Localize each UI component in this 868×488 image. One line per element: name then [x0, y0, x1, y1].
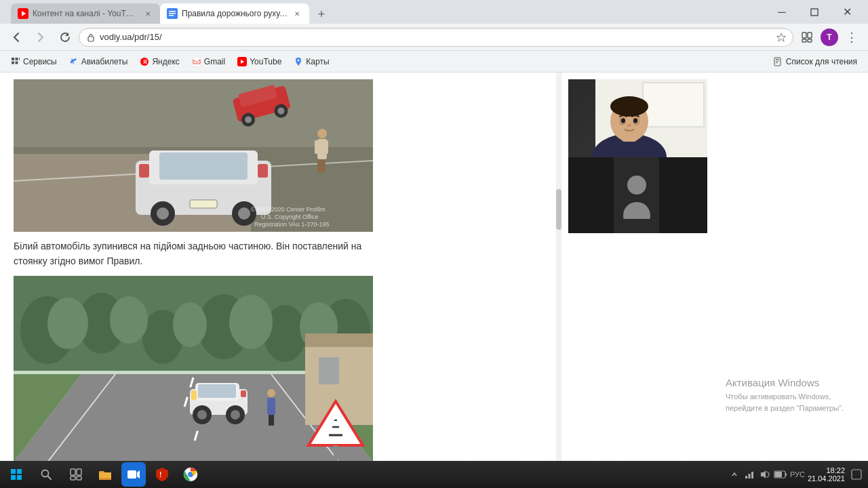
taskbar-search-button[interactable]: [33, 461, 60, 488]
back-button[interactable]: [5, 26, 27, 48]
svg-rect-83: [198, 384, 236, 398]
svg-rect-15: [16, 58, 18, 60]
activation-desc: Чтобы активировать Windows, перейдите в …: [726, 391, 861, 413]
tray-chevron-icon[interactable]: [729, 469, 740, 480]
video-call-icon: [126, 467, 141, 482]
svg-rect-122: [127, 470, 136, 479]
tab-favicon-pdr: [167, 8, 178, 19]
svg-point-107: [621, 119, 625, 123]
refresh-button[interactable]: [54, 26, 76, 48]
close-button[interactable]: ✕: [831, 0, 863, 24]
gmail-icon: [192, 57, 201, 66]
svg-point-67: [110, 296, 148, 344]
bookmark-list-button[interactable]: [796, 26, 818, 48]
svg-rect-27: [776, 60, 779, 61]
svg-rect-89: [241, 390, 246, 397]
system-tray: [729, 469, 787, 480]
youtube-icon: [237, 57, 247, 66]
svg-rect-113: [17, 469, 22, 474]
svg-rect-115: [17, 475, 22, 480]
address-bar[interactable]: vodiy.ua/pdr/15/: [79, 28, 793, 47]
task-view-button[interactable]: [62, 461, 90, 488]
svg-rect-118: [71, 469, 75, 475]
taskbar-filemanager[interactable]: [93, 462, 117, 487]
svg-rect-100: [643, 83, 704, 127]
svg-rect-88: [191, 390, 197, 400]
webcam-thumb-right[interactable]: [659, 157, 707, 233]
webcam-main: [568, 79, 707, 157]
tab-youtube[interactable]: Контент на каналі - YouTube С... ✕: [11, 3, 160, 24]
svg-point-104: [610, 96, 648, 117]
taskbar-zoom[interactable]: [121, 462, 146, 487]
svg-rect-91: [267, 398, 275, 415]
svg-rect-114: [11, 475, 16, 480]
svg-text:Registration VAu 1-370-195: Registration VAu 1-370-195: [254, 221, 329, 228]
network-icon[interactable]: [744, 469, 755, 480]
svg-point-109: [627, 124, 631, 127]
scrollbar-thumb[interactable]: [556, 189, 561, 230]
svg-marker-9: [777, 33, 786, 41]
menu-button[interactable]: ⋮: [841, 26, 863, 48]
bookmark-services[interactable]: Сервисы: [5, 54, 62, 69]
reading-list-icon: [774, 57, 783, 66]
svg-rect-54: [321, 159, 326, 173]
svg-point-108: [633, 119, 637, 123]
svg-rect-8: [88, 37, 94, 41]
webcam-thumb-center[interactable]: [614, 157, 659, 233]
svg-text:U.S. Copyright Office: U.S. Copyright Office: [261, 214, 318, 220]
start-button[interactable]: [3, 461, 30, 488]
svg-point-46: [157, 207, 169, 220]
article-caption-1: Білий автомобіль зупинився на підйомі за…: [14, 239, 373, 269]
taskbar-chrome[interactable]: [178, 462, 203, 487]
title-bar: Контент на каналі - YouTube С... ✕ Прави…: [0, 0, 868, 24]
battery-icon[interactable]: [774, 469, 787, 480]
tab-pdr[interactable]: Правила дорожнього руху. Зу... ✕: [160, 3, 309, 24]
reading-list-button[interactable]: Список для чтения: [768, 54, 863, 69]
svg-point-24: [298, 59, 300, 61]
svg-rect-119: [77, 469, 81, 475]
svg-point-49: [317, 129, 327, 138]
taskbar-antivirus[interactable]: !: [150, 462, 174, 487]
svg-rect-17: [12, 61, 14, 64]
bookmark-flights[interactable]: Авиабилеты: [64, 54, 134, 69]
new-tab-button[interactable]: +: [312, 5, 331, 24]
svg-rect-26: [776, 59, 779, 60]
scrollbar-track[interactable]: [556, 73, 561, 461]
navigation-bar: vodiy.ua/pdr/15/ Т ⋮: [0, 24, 868, 51]
bookmark-yandex[interactable]: Я Яндекс: [134, 54, 184, 69]
taskbar-clock[interactable]: 18:22 21.04.2021: [808, 466, 845, 483]
notifications-icon[interactable]: [850, 468, 863, 481]
minimize-button[interactable]: ─: [766, 0, 797, 24]
svg-rect-43: [258, 164, 268, 178]
svg-rect-51: [315, 140, 319, 154]
search-icon: [40, 468, 52, 481]
reading-list-label: Список для чтения: [786, 57, 857, 66]
svg-rect-10: [802, 33, 806, 38]
tab-close-yt[interactable]: ✕: [142, 8, 153, 19]
activation-watermark: Активация Windows Чтобы активировать Win…: [726, 377, 861, 413]
forward-button[interactable]: [30, 26, 52, 48]
star-icon[interactable]: [776, 33, 786, 42]
task-view-icon: [70, 468, 82, 481]
bookmarks-bar: Сервисы Авиабилеты Я Яндекс Gmail YouTub…: [0, 51, 868, 73]
profile-avatar[interactable]: Т: [821, 28, 838, 46]
svg-rect-92: [269, 415, 271, 426]
bookmark-gmail[interactable]: Gmail: [186, 54, 231, 69]
svg-rect-28: [776, 62, 778, 63]
svg-marker-123: [137, 470, 140, 479]
bookmark-maps[interactable]: Карты: [288, 54, 334, 69]
maximize-button[interactable]: [799, 0, 830, 24]
bookmark-youtube[interactable]: YouTube: [232, 54, 287, 69]
article-image-bottom: [14, 276, 373, 461]
tab-favicon-yt: [18, 8, 28, 19]
main-content: ©2017-2020 Center Profilm U.S. Copyright…: [0, 73, 868, 461]
windows-logo-icon: [10, 468, 22, 481]
svg-rect-79: [305, 333, 373, 347]
clock-time: 18:22: [826, 466, 845, 474]
svg-rect-128: [748, 474, 750, 479]
taskbar: ! РУС 18:22 21.04.2021: [0, 461, 868, 488]
tab-close-pdr[interactable]: ✕: [292, 8, 302, 19]
svg-rect-127: [745, 476, 747, 479]
volume-icon[interactable]: [759, 469, 770, 480]
webcam-thumb-left[interactable]: [568, 157, 614, 233]
